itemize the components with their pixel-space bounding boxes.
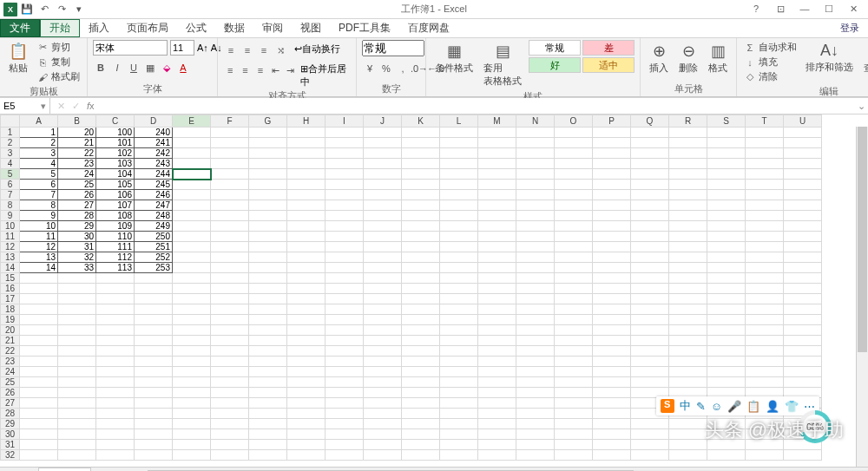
cell-G28[interactable] xyxy=(249,409,287,419)
cell-H19[interactable] xyxy=(287,315,326,325)
tab-开始[interactable]: 开始 xyxy=(40,19,80,37)
cell-P30[interactable] xyxy=(593,429,631,440)
cell-F7[interactable] xyxy=(211,190,249,200)
cell-C30[interactable] xyxy=(96,429,135,440)
cell-J7[interactable] xyxy=(364,190,402,200)
cell-G9[interactable] xyxy=(249,211,287,221)
cell-C7[interactable]: 106 xyxy=(96,190,135,200)
cell-A30[interactable] xyxy=(20,429,58,440)
cell-E4[interactable] xyxy=(173,159,211,169)
cell-J9[interactable] xyxy=(364,211,402,221)
cell-G30[interactable] xyxy=(249,429,287,440)
cell-U4[interactable] xyxy=(784,159,822,169)
cell-U21[interactable] xyxy=(784,336,822,346)
cell-I32[interactable] xyxy=(326,450,364,461)
cell-M6[interactable] xyxy=(478,180,516,190)
cell-J26[interactable] xyxy=(364,388,402,398)
tab-页面布局[interactable]: 页面布局 xyxy=(118,19,177,37)
cell-H13[interactable] xyxy=(287,252,326,263)
row-header-32[interactable]: 32 xyxy=(1,450,20,461)
cell-T13[interactable] xyxy=(746,252,784,263)
cell-E26[interactable] xyxy=(173,388,211,398)
sogou-icon[interactable]: S xyxy=(661,399,674,413)
cell-E1[interactable] xyxy=(173,128,211,138)
cell-O12[interactable] xyxy=(555,242,593,252)
cell-G6[interactable] xyxy=(249,180,287,190)
style-bad[interactable]: 差 xyxy=(582,40,635,56)
cell-N14[interactable] xyxy=(516,263,555,273)
cell-J5[interactable] xyxy=(364,169,402,180)
inc-decimal-icon[interactable]: .0→ xyxy=(411,61,427,76)
col-header-S[interactable]: S xyxy=(707,115,746,128)
indent-inc-icon[interactable]: ⇥ xyxy=(283,62,297,78)
cell-I14[interactable] xyxy=(326,263,364,273)
cell-C19[interactable] xyxy=(96,315,135,325)
cell-T23[interactable] xyxy=(746,357,784,367)
cell-Q22[interactable] xyxy=(631,346,669,357)
formula-input[interactable] xyxy=(102,98,854,114)
cell-U17[interactable] xyxy=(784,294,822,304)
cell-P13[interactable] xyxy=(593,252,631,263)
sheet-tab[interactable]: Sheet1 xyxy=(38,468,91,471)
cell-P31[interactable] xyxy=(593,440,631,450)
cell-I19[interactable] xyxy=(326,315,364,325)
cell-A3[interactable]: 3 xyxy=(20,148,58,159)
col-header-L[interactable]: L xyxy=(440,115,478,128)
cell-J15[interactable] xyxy=(364,273,402,284)
cell-D15[interactable] xyxy=(135,273,173,284)
expand-formula-icon[interactable]: ⌄ xyxy=(854,101,868,112)
col-header-M[interactable]: M xyxy=(478,115,516,128)
vertical-scrollbar[interactable] xyxy=(856,127,868,467)
cell-J6[interactable] xyxy=(364,180,402,190)
cell-M5[interactable] xyxy=(478,169,516,180)
cell-C10[interactable]: 109 xyxy=(96,221,135,232)
cell-Q12[interactable] xyxy=(631,242,669,252)
cell-F28[interactable] xyxy=(211,409,249,419)
cell-P24[interactable] xyxy=(593,367,631,377)
cell-G29[interactable] xyxy=(249,419,287,429)
cell-C2[interactable]: 101 xyxy=(96,138,135,148)
cell-G10[interactable] xyxy=(249,221,287,232)
cell-T21[interactable] xyxy=(746,336,784,346)
cell-S3[interactable] xyxy=(707,148,746,159)
cell-L25[interactable] xyxy=(440,377,478,388)
cell-A19[interactable] xyxy=(20,315,58,325)
cell-C28[interactable] xyxy=(96,409,135,419)
cell-Q5[interactable] xyxy=(631,169,669,180)
cell-S13[interactable] xyxy=(707,252,746,263)
cell-T16[interactable] xyxy=(746,284,784,294)
cell-F11[interactable] xyxy=(211,232,249,242)
cell-E32[interactable] xyxy=(173,450,211,461)
cell-F1[interactable] xyxy=(211,128,249,138)
cell-R20[interactable] xyxy=(669,325,707,336)
cell-S23[interactable] xyxy=(707,357,746,367)
cell-D31[interactable] xyxy=(135,440,173,450)
cell-S21[interactable] xyxy=(707,336,746,346)
cell-J22[interactable] xyxy=(364,346,402,357)
cell-J3[interactable] xyxy=(364,148,402,159)
cell-E7[interactable] xyxy=(173,190,211,200)
row-header-5[interactable]: 5 xyxy=(1,169,20,180)
cell-U1[interactable] xyxy=(784,128,822,138)
cell-S18[interactable] xyxy=(707,304,746,315)
cell-F30[interactable] xyxy=(211,429,249,440)
cell-D12[interactable]: 251 xyxy=(135,242,173,252)
cell-E30[interactable] xyxy=(173,429,211,440)
fill-color-button[interactable]: ⬙ xyxy=(159,60,174,75)
cell-E31[interactable] xyxy=(173,440,211,450)
cell-F9[interactable] xyxy=(211,211,249,221)
cell-E13[interactable] xyxy=(173,252,211,263)
cell-R13[interactable] xyxy=(669,252,707,263)
cell-T30[interactable] xyxy=(746,429,784,440)
cell-A26[interactable] xyxy=(20,388,58,398)
cell-R1[interactable] xyxy=(669,128,707,138)
cell-H1[interactable] xyxy=(287,128,326,138)
cell-H20[interactable] xyxy=(287,325,326,336)
cell-C32[interactable] xyxy=(96,450,135,461)
cell-Q19[interactable] xyxy=(631,315,669,325)
ribbon-toggle-icon[interactable]: ⊡ xyxy=(771,3,790,15)
cell-B11[interactable]: 30 xyxy=(58,232,96,242)
cell-Q14[interactable] xyxy=(631,263,669,273)
cell-F25[interactable] xyxy=(211,377,249,388)
cell-G24[interactable] xyxy=(249,367,287,377)
